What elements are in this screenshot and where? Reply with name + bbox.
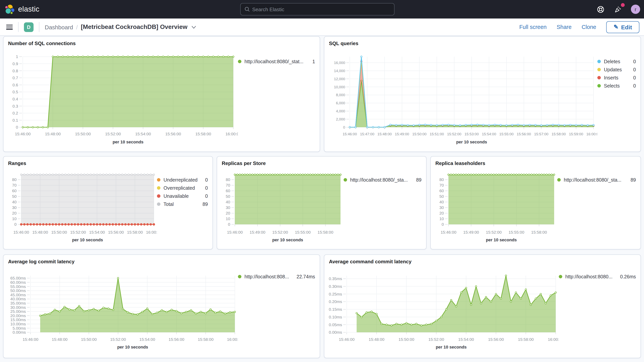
legend-item[interactable]: Updates0 [597, 66, 636, 74]
divider [39, 22, 39, 32]
svg-text:40: 40 [12, 200, 16, 204]
svg-text:per 10 seconds: per 10 seconds [112, 140, 144, 144]
dashboard-toolbar: D Dashboard / [Metricbeat CockroachDB] O… [0, 18, 644, 36]
svg-text:40: 40 [226, 200, 230, 204]
legend-dot-icon [597, 60, 601, 63]
svg-text:16,000: 16,000 [334, 61, 345, 65]
avatar-initial: r [635, 6, 636, 12]
edit-button[interactable]: ✎ Edit [606, 21, 639, 33]
sql-connections-chart[interactable]: 00.10.20.30.40.50.60.70.80.9115:46:0015:… [6, 50, 238, 149]
ranges-chart[interactable]: 0102030405060708015:46:0015:48:0015:50:0… [6, 168, 157, 248]
notification-dot [621, 3, 625, 7]
panel-title: Ranges [8, 160, 26, 166]
legend-item[interactable]: http://localhost:8080...0.26ms [559, 272, 636, 281]
svg-text:20: 20 [12, 211, 16, 215]
legend-item[interactable]: http://localhost:808...22.74ms [238, 272, 315, 281]
sql-queries-chart[interactable]: 02,0004,0006,0008,00010,00012,00014,0001… [328, 50, 597, 149]
panel-title: Average log commit latency [8, 259, 74, 264]
legend-item[interactable]: Inserts0 [597, 74, 636, 82]
legend-item[interactable]: Deletes0 [597, 58, 636, 66]
svg-text:10: 10 [440, 216, 444, 221]
svg-text:0.2: 0.2 [12, 111, 18, 115]
dashboard-app-badge[interactable]: D [24, 22, 34, 32]
chevron-down-icon[interactable] [191, 24, 196, 30]
share-button[interactable]: Share [557, 24, 572, 30]
svg-text:15:52:00: 15:52:00 [486, 230, 502, 234]
legend-item[interactable]: Underreplicated0 [157, 176, 208, 184]
svg-text:30: 30 [440, 205, 444, 210]
breadcrumb-dashboard-link[interactable]: Dashboard [45, 24, 73, 30]
replica-leaseholders-chart[interactable]: 0102030405060708015:46:0015:49:0015:52:0… [434, 168, 557, 248]
svg-text:0: 0 [343, 125, 345, 129]
legend-value: 0 [633, 83, 636, 88]
panel-title: Average command commit latency [329, 259, 412, 264]
legend-label: Overreplicated [164, 185, 195, 191]
svg-text:15:52:00: 15:52:00 [105, 132, 121, 136]
legend-dot-icon [157, 202, 160, 206]
menu-button[interactable] [6, 24, 13, 30]
legend-dot-icon [559, 275, 562, 278]
svg-text:15:48:00: 15:48:00 [32, 230, 48, 234]
svg-text:0.5: 0.5 [12, 90, 18, 94]
svg-text:15:58:00: 15:58:00 [198, 337, 214, 342]
legend-label: Selects [604, 83, 620, 88]
svg-text:15:49:00: 15:49:00 [250, 230, 266, 234]
user-avatar[interactable]: r [631, 5, 640, 14]
legend-item[interactable]: Total89 [157, 200, 208, 208]
legend-item[interactable]: http://localhost:8080/_sta...89 [557, 176, 636, 184]
svg-text:20: 20 [226, 211, 230, 215]
header-actions: r [596, 0, 640, 18]
newsfeed-button[interactable] [613, 4, 623, 14]
full-screen-button[interactable]: Full screen [519, 24, 547, 30]
legend-item[interactable]: http://localhost:8080/_stat...1 [238, 58, 315, 66]
panel-sql-queries: SQL queries 02,0004,0006,0008,00010,0001… [324, 36, 641, 152]
svg-text:15:56:00: 15:56:00 [168, 337, 184, 342]
global-search[interactable] [240, 3, 394, 16]
search-input[interactable] [250, 6, 394, 12]
svg-text:15:56:00: 15:56:00 [517, 132, 531, 136]
svg-text:per 10 seconds: per 10 seconds [272, 238, 303, 242]
svg-text:15:56:00: 15:56:00 [488, 337, 504, 342]
svg-text:per 10 seconds: per 10 seconds [117, 345, 148, 350]
legend-value: 0 [633, 75, 636, 80]
panel-ranges: Ranges 0102030405060708015:46:0015:48:00… [3, 156, 213, 250]
chart-legend: http://localhost:8080/_sta...89 [557, 168, 640, 249]
svg-text:15:49:00: 15:49:00 [463, 230, 479, 234]
svg-text:20.00ms: 20.00ms [10, 314, 26, 318]
svg-text:70: 70 [226, 183, 230, 187]
svg-text:50: 50 [12, 194, 16, 198]
svg-text:60: 60 [440, 188, 444, 193]
svg-text:15:56:00: 15:56:00 [108, 230, 124, 234]
svg-text:80: 80 [226, 177, 230, 182]
help-button[interactable] [596, 4, 606, 14]
svg-text:0.9: 0.9 [12, 62, 18, 66]
log-commit-latency-chart[interactable]: 0.00ms5.00ms10.00ms15.00ms20.00ms25.00ms… [6, 267, 238, 356]
chart-legend: Deletes0Updates0Inserts0Selects0 [597, 50, 640, 152]
panel-title: Replica leaseholders [435, 160, 485, 166]
svg-text:15:50:00: 15:50:00 [412, 132, 426, 136]
svg-text:15:50:00: 15:50:00 [398, 337, 414, 342]
legend-item[interactable]: Unavailable0 [157, 192, 208, 200]
svg-text:15:48:00: 15:48:00 [369, 337, 384, 342]
svg-text:15:46:00: 15:46:00 [343, 132, 357, 136]
elastic-logo[interactable]: elastic [0, 4, 40, 14]
legend-item[interactable]: Selects0 [597, 82, 636, 90]
legend-label: Unavailable [164, 193, 189, 199]
svg-text:0: 0 [14, 222, 16, 226]
svg-text:15:54:00: 15:54:00 [458, 337, 474, 342]
legend-item[interactable]: Overreplicated0 [157, 184, 208, 192]
svg-text:0: 0 [442, 222, 444, 226]
party-popper-icon [614, 6, 622, 13]
command-commit-latency-chart[interactable]: 0.00ms0.05ms0.10ms0.15ms0.20ms0.25ms0.30… [328, 267, 559, 356]
top-header: elastic [0, 0, 644, 18]
legend-item[interactable]: http://localhost:8080/_sta...89 [344, 176, 422, 184]
svg-text:0: 0 [228, 222, 230, 226]
svg-text:15:58:00: 15:58:00 [127, 230, 143, 234]
svg-text:2,000: 2,000 [336, 117, 345, 121]
svg-text:15:58:00: 15:58:00 [318, 230, 334, 234]
svg-text:15:57:00: 15:57:00 [534, 132, 548, 136]
svg-text:15:48:00: 15:48:00 [378, 132, 392, 136]
svg-text:16:00:00: 16:00:00 [226, 132, 238, 136]
clone-button[interactable]: Clone [582, 24, 596, 30]
replicas-per-store-chart[interactable]: 0102030405060708015:46:0015:49:0015:52:0… [220, 168, 344, 248]
